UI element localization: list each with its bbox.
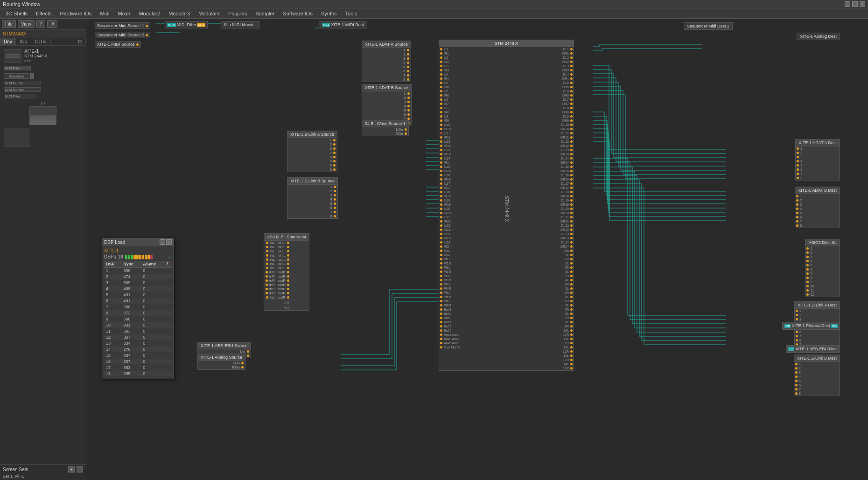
- seq-midi-dest-2[interactable]: Sequencer Midi Dest 2: [684, 22, 733, 30]
- menu-modular4[interactable]: Modular4: [195, 10, 224, 17]
- menu-modular2[interactable]: Modular2: [135, 10, 164, 17]
- menu-plugins[interactable]: Plug-Ins: [224, 10, 251, 17]
- dsp-num: 12: [104, 334, 121, 341]
- dsp-sync: 908: [121, 268, 141, 274]
- zlink-a-source[interactable]: XITE-1 Z-Link A Source 1 2 3 4 5 6 7 8: [287, 131, 337, 172]
- dsp-async: 0: [141, 286, 165, 292]
- dsp-num: 15: [104, 353, 121, 359]
- dsp-sync: 367: [121, 334, 141, 341]
- canvas-area[interactable]: Sequencer Midi Source 1 Sequencer Midi S…: [86, 19, 868, 480]
- dsp-table-row: 7 668 0: [104, 304, 172, 310]
- phonos-dest[interactable]: Lin XITE-1 Phonos Dest Rin: [782, 322, 840, 330]
- panel-resize-btn[interactable]: ⊡: [74, 38, 86, 45]
- refresh-btn[interactable]: ↺: [47, 20, 57, 28]
- menu-midi[interactable]: Midi: [96, 10, 113, 17]
- meter-seg-9: [147, 255, 150, 259]
- dsp-check: [165, 274, 172, 280]
- dsp-num: 16: [104, 359, 121, 365]
- device-stm[interactable]: XITE-1 STM 2448 X omni: [2, 48, 84, 64]
- dsp-check: [165, 371, 172, 377]
- wave-source-1[interactable]: 24 Bit Wave Source 1 LOu ROu: [362, 120, 409, 136]
- minimize-btn[interactable]: _: [845, 1, 850, 7]
- device-midifilter[interactable]: MIDI Filter: [2, 65, 84, 71]
- help-btn[interactable]: ?: [36, 20, 46, 28]
- menu-hardware-ios[interactable]: Hardware IOs: [56, 10, 96, 17]
- xite1-midi-dest[interactable]: Mk4 XITE-1 MIDI Dest: [319, 21, 367, 28]
- dsp-async: 0: [141, 310, 165, 316]
- out-port-seq2: [146, 34, 148, 36]
- tab-ins[interactable]: INs: [16, 38, 31, 45]
- meter-seg-2: [128, 255, 130, 259]
- window-controls: _ □ ×: [845, 1, 865, 7]
- dsp-check: [165, 334, 172, 341]
- menu-3c-shells[interactable]: 3C Shells: [2, 10, 31, 17]
- dsp-check: [165, 328, 172, 334]
- dsp-sync: 931: [121, 322, 141, 328]
- adat-a-dest[interactable]: XITE-1 ADAT A Dest 1 2 3 4 5 6 7 8: [795, 139, 840, 181]
- panel-toolbar: File View ? ↺: [0, 19, 86, 30]
- dsp-check: [165, 280, 172, 286]
- window-title: Routing Window: [3, 1, 845, 7]
- zlink-b-dest[interactable]: XITE-1 Z-Link B Dest 1 2 3 4 5 6 7 8: [794, 355, 840, 396]
- dsp-check: [165, 298, 172, 304]
- dsp-minimize-btn[interactable]: _: [160, 239, 165, 245]
- zlink-b-source[interactable]: XITE-1 Z-Link B Source 1 2 3 4 5 6 7 8: [287, 177, 338, 219]
- dsp-table-row: 17 363 0: [104, 365, 172, 371]
- remove-screen-set-btn[interactable]: -: [77, 466, 83, 473]
- dsp-async: 0: [141, 341, 165, 347]
- dsp-async: 0: [141, 365, 165, 371]
- dsp-table-row: 4 488 0: [104, 286, 172, 292]
- seq-midi-2-source[interactable]: Sequencer Midi Source 2: [95, 32, 150, 38]
- dsps-count: 18: [118, 254, 123, 259]
- close-btn[interactable]: ×: [860, 1, 865, 7]
- view-btn[interactable]: View: [18, 20, 35, 28]
- menu-sampler[interactable]: Sampler: [252, 10, 278, 17]
- tab-outs[interactable]: OUTs: [31, 38, 51, 45]
- dsp-num: 9: [104, 316, 121, 322]
- dsp-async: 0: [141, 328, 165, 334]
- file-btn[interactable]: File: [2, 20, 16, 28]
- dsp-async: 0: [141, 274, 165, 280]
- dsp-async: 0: [141, 280, 165, 286]
- dsp-table-row: 8 672 0: [104, 310, 172, 316]
- stm-central-block[interactable]: STM 2448 X IL1 IR1 IL2 IR2 IL3 IR3 IL4 I…: [439, 40, 574, 371]
- analog-dest[interactable]: XITE-1 Analog Dest: [797, 33, 840, 40]
- dsp-check: [165, 304, 172, 310]
- menu-mixer[interactable]: Mixer: [114, 10, 134, 17]
- adat-a-source[interactable]: XITE-1 ADAT A Source 1 2 3 4 5 6 7 8: [362, 41, 411, 82]
- maximize-btn[interactable]: □: [852, 1, 858, 7]
- dsp-async: 0: [141, 353, 165, 359]
- dsp-num: 17: [104, 365, 121, 371]
- dsp-num: 3: [104, 280, 121, 286]
- dsp-title-bar[interactable]: DSP Load _ ×: [102, 238, 174, 246]
- midi-monitor-block[interactable]: Min MIDI Monitor: [221, 21, 259, 28]
- screen-set-all[interactable]: All -1: [14, 474, 24, 479]
- screen-set-1[interactable]: Set 1: [3, 474, 13, 479]
- midi-filter-block[interactable]: MIDI MIDI Filter MFil: [165, 21, 208, 28]
- menu-tools[interactable]: Tools: [342, 10, 361, 17]
- dsp-num: 11: [104, 328, 121, 334]
- dsp-stats: DSPs 18 ✓: [104, 254, 172, 259]
- analog-source[interactable]: XITE-1 Analog Source LOu ROu: [197, 354, 245, 370]
- dsp-table-body: 1 908 0 2 474 0 3 509 0 4 488 0 5 491 0 …: [104, 268, 172, 377]
- xite1-midi-source[interactable]: XITE-1 MIDI Source: [95, 41, 141, 48]
- asio2-dest[interactable]: ASIO2 Dest-64 1 2 3 4 5 6 7 8 9 10 11 12: [805, 239, 840, 297]
- dsp-check: [165, 353, 172, 359]
- aesebu-dest[interactable]: Lin XITE-1 AES-EBU Dest: [786, 345, 840, 353]
- dsp-dialog: DSP Load _ × XITE-1 DSPs 18 ✓: [102, 238, 174, 379]
- add-screen-set-btn[interactable]: +: [68, 466, 75, 473]
- menu-software-ios[interactable]: Software IOs: [279, 10, 316, 17]
- dsp-sync: 363: [121, 328, 141, 334]
- menu-modular3[interactable]: Modular3: [165, 10, 194, 17]
- seq-midi-1-source[interactable]: Sequencer Midi Source 1: [95, 22, 150, 29]
- adat-b-source[interactable]: XITE-1 ADAT B Source 1 2 3 4 5 6 7 8: [362, 84, 412, 125]
- dsp-close-btn[interactable]: ×: [166, 239, 172, 245]
- dsp-num: 10: [104, 322, 121, 328]
- dsp-check: [165, 268, 172, 274]
- menu-synths[interactable]: Synths: [317, 10, 341, 17]
- meter-seg-5: [136, 255, 139, 259]
- adat-b-dest[interactable]: XITE-1 ADAT B Dest 1 2 3 4 5 6 7 8: [795, 187, 840, 228]
- tab-dev[interactable]: Dev: [0, 38, 16, 45]
- asio2-source[interactable]: ASIO2-Bit Source-04 inL inL inL inL inL …: [264, 233, 309, 311]
- menu-effects[interactable]: Effects: [32, 10, 55, 17]
